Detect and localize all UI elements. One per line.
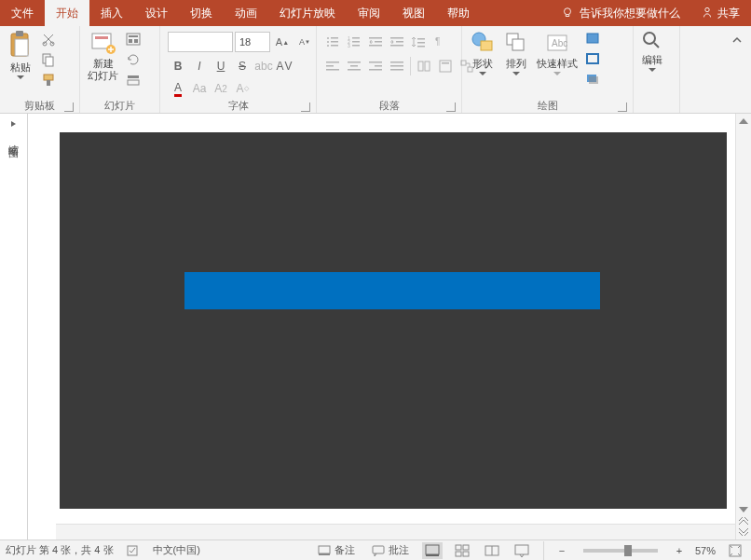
- tab-help[interactable]: 帮助: [436, 0, 481, 26]
- italic-button[interactable]: I: [189, 56, 210, 76]
- bullets-button[interactable]: [322, 32, 343, 52]
- notes-button[interactable]: 备注: [314, 543, 359, 557]
- spellcheck-button[interactable]: [123, 544, 143, 557]
- outline-label: 缩略图: [7, 136, 20, 142]
- zoom-in-button[interactable]: +: [673, 545, 686, 556]
- zoom-slider[interactable]: [583, 549, 658, 553]
- comments-button[interactable]: 批注: [368, 543, 413, 557]
- zoom-thumb[interactable]: [624, 545, 632, 556]
- svg-rect-39: [417, 42, 425, 44]
- change-case-button[interactable]: Aa: [189, 78, 210, 99]
- copy-button[interactable]: [39, 50, 58, 69]
- align-center-icon: [348, 60, 361, 73]
- paste-button[interactable]: 粘贴: [4, 28, 37, 81]
- scroll-up-button[interactable]: [738, 116, 749, 127]
- tab-transitions[interactable]: 切换: [179, 0, 224, 26]
- tell-me-search[interactable]: 告诉我你想要做什么: [552, 6, 690, 21]
- svg-rect-56: [440, 61, 451, 72]
- editing-button[interactable]: 编辑: [637, 28, 667, 74]
- slideshow-view-button[interactable]: [512, 542, 532, 559]
- text-direction-button[interactable]: ¶: [430, 32, 450, 52]
- shape-effects-button[interactable]: [583, 71, 602, 89]
- justify-button[interactable]: [387, 56, 407, 76]
- decrease-font-button[interactable]: A▼: [294, 32, 315, 52]
- blue-rectangle-shape[interactable]: [184, 272, 600, 309]
- svg-rect-32: [369, 37, 382, 39]
- tab-file[interactable]: 文件: [0, 0, 45, 26]
- tab-home[interactable]: 开始: [45, 0, 89, 26]
- svg-rect-17: [134, 39, 138, 43]
- line-spacing-button[interactable]: [408, 32, 429, 52]
- tab-review[interactable]: 审阅: [347, 0, 391, 26]
- strikethrough-button[interactable]: S: [232, 56, 253, 76]
- font-size-select[interactable]: 18: [235, 32, 270, 52]
- chevron-down-icon: [17, 75, 24, 79]
- align-center-button[interactable]: [344, 56, 364, 76]
- tab-view[interactable]: 视图: [391, 0, 436, 26]
- format-painter-button[interactable]: [39, 71, 58, 89]
- drawing-launcher[interactable]: [618, 102, 627, 112]
- vertical-scrollbar[interactable]: [735, 114, 751, 540]
- decrease-indent-button[interactable]: [365, 32, 386, 52]
- new-slide-button[interactable]: 新建 幻灯片: [84, 28, 122, 84]
- increase-font-button[interactable]: A▲: [272, 32, 293, 52]
- prev-slide-button[interactable]: [738, 515, 749, 526]
- share-button[interactable]: 共享: [690, 6, 751, 21]
- align-text-button[interactable]: [435, 56, 456, 76]
- bold-button[interactable]: B: [168, 56, 188, 76]
- layout-button[interactable]: [124, 30, 143, 48]
- svg-rect-36: [396, 41, 403, 43]
- next-slide-button[interactable]: [738, 526, 749, 538]
- section-button[interactable]: [124, 71, 143, 89]
- font-color-button[interactable]: A: [168, 78, 188, 99]
- slide-canvas[interactable]: [28, 114, 751, 540]
- tab-slideshow[interactable]: 幻灯片放映: [268, 0, 347, 26]
- normal-view-button[interactable]: [422, 542, 443, 559]
- tab-design[interactable]: 设计: [134, 0, 179, 26]
- zoom-level[interactable]: 57%: [695, 545, 716, 556]
- reading-view-button[interactable]: [482, 542, 502, 559]
- format-painter-icon: [41, 73, 56, 88]
- clear-formatting-button[interactable]: A◇: [232, 78, 253, 99]
- tab-animations[interactable]: 动画: [224, 0, 268, 26]
- collapse-ribbon-button[interactable]: [727, 30, 747, 50]
- cut-button[interactable]: [39, 30, 58, 48]
- arrange-button[interactable]: 排列: [499, 28, 533, 77]
- numbering-button[interactable]: 123: [344, 32, 364, 52]
- columns-button[interactable]: [414, 56, 434, 76]
- tab-insert[interactable]: 插入: [89, 0, 134, 26]
- horizontal-scrollbar[interactable]: [56, 524, 735, 540]
- increase-indent-button[interactable]: [387, 32, 407, 52]
- clipboard-launcher[interactable]: [64, 102, 74, 112]
- text-direction-icon: ¶: [433, 35, 446, 48]
- underline-button[interactable]: U: [211, 56, 231, 76]
- language-indicator[interactable]: 中文(中国): [153, 543, 200, 557]
- align-left-button[interactable]: [322, 56, 343, 76]
- shape-fill-button[interactable]: [583, 30, 602, 48]
- svg-rect-82: [515, 545, 528, 554]
- svg-rect-38: [417, 38, 425, 40]
- smartart-button[interactable]: [457, 56, 477, 76]
- outline-expand-button[interactable]: [9, 119, 19, 129]
- char-spacing-button[interactable]: AV: [275, 56, 295, 76]
- slide[interactable]: [60, 132, 727, 509]
- quick-styles-button[interactable]: Abc 快速样式: [533, 28, 581, 77]
- group-slides: 新建 幻灯片 幻灯片: [80, 26, 160, 113]
- reset-button[interactable]: [124, 50, 143, 69]
- zoom-out-button[interactable]: −: [555, 545, 568, 556]
- quick-styles-label: 快速样式: [537, 58, 578, 70]
- superscript-button[interactable]: A2: [211, 78, 231, 99]
- svg-point-20: [327, 37, 329, 39]
- shadow-button[interactable]: abc: [253, 56, 274, 76]
- font-name-select[interactable]: [168, 32, 233, 52]
- fit-window-button[interactable]: [725, 542, 745, 559]
- scroll-down-button[interactable]: [738, 504, 749, 515]
- paragraph-launcher[interactable]: [446, 102, 456, 112]
- align-right-button[interactable]: [365, 56, 386, 76]
- font-launcher[interactable]: [301, 102, 310, 112]
- chevron-down-icon: [553, 72, 561, 75]
- sorter-view-button[interactable]: [452, 542, 472, 559]
- svg-point-0: [565, 8, 571, 15]
- slide-counter[interactable]: 幻灯片 第 4 张，共 4 张: [6, 543, 114, 557]
- shape-outline-button[interactable]: [583, 50, 602, 69]
